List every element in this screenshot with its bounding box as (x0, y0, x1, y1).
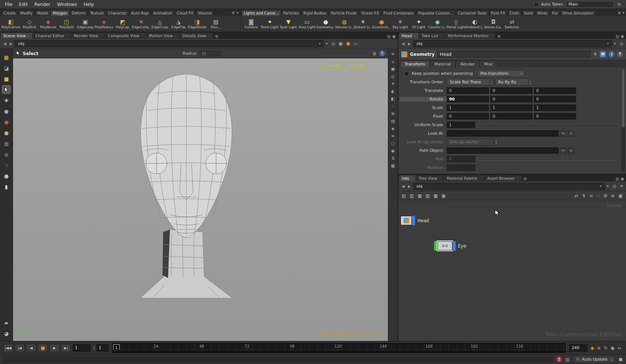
snap-dots-icon[interactable]: ∷ (597, 193, 600, 198)
forward-icon[interactable]: ▶ (407, 42, 412, 46)
group-list-icon[interactable]: ▤ (391, 119, 395, 124)
tab-grip-icon[interactable]: ∷ (517, 176, 519, 180)
help-icon[interactable]: ? (617, 51, 623, 57)
playback-range-icon[interactable]: ↔ (617, 345, 621, 351)
shelf-tool-geometry-light[interactable]: ●Geometry... (316, 19, 335, 29)
menu-render[interactable]: Render (31, 2, 54, 7)
roll-slider[interactable] (478, 157, 617, 161)
error-badge-icon[interactable]: ! (556, 357, 562, 362)
auto-key-icon[interactable]: ◆ (591, 345, 594, 351)
network-canvas[interactable]: Scene Head (398, 200, 626, 341)
path-object-field[interactable] (447, 147, 559, 154)
shadows-icon[interactable]: ◐ (391, 89, 395, 94)
distribute-h-icon[interactable]: ⇄ (575, 193, 578, 198)
update-mode-icon[interactable]: ■ (619, 357, 623, 362)
tab-grip-icon[interactable]: ∷ (491, 34, 493, 38)
op-chooser-icon[interactable]: ↪ (560, 147, 566, 154)
pane-maximize-icon[interactable]: ▣ (621, 34, 624, 38)
shelf-tool-polyknit[interactable]: ◇PolyKnit (20, 19, 39, 29)
display-options-icon[interactable]: ≡ (391, 134, 395, 138)
shelf-tab-model[interactable]: Model (35, 10, 50, 16)
scale-y-field[interactable] (490, 105, 532, 111)
param-tab-material[interactable]: Material (430, 61, 456, 67)
points-display-icon[interactable]: ∴ (392, 104, 394, 109)
uniform-scale-field[interactable] (447, 122, 475, 128)
shelf-tab-wires[interactable]: Wires (535, 10, 550, 16)
handles-tool-icon[interactable]: ✚ (2, 96, 10, 104)
distribute-v-icon[interactable]: ⇅ (582, 193, 586, 198)
rotate-order-spinner[interactable]: ▴▾ (530, 80, 531, 84)
frame-spinner[interactable]: ▴▾ (94, 346, 95, 350)
tab-grip-icon[interactable]: ∷ (208, 34, 211, 38)
pane-maximize-icon[interactable]: ▣ (392, 34, 396, 38)
params-path-field[interactable]: obj ▾ (413, 40, 611, 47)
material-ball-icon[interactable]: ◕ (2, 329, 10, 337)
look-at-up-spinner[interactable]: ▴▾ (496, 140, 497, 144)
scale-x-field[interactable] (447, 105, 489, 111)
home-view-icon[interactable]: ⌂ (392, 59, 394, 64)
uniform-scale-slider[interactable] (478, 124, 617, 125)
head-node-body[interactable] (401, 216, 412, 225)
shelf-tools-icon[interactable]: ▦ (2, 53, 10, 61)
menu-edit[interactable]: Edit (16, 2, 31, 7)
tab-details-view[interactable]: Details View∷ (180, 33, 213, 39)
visualizer-icon[interactable]: ◉ (391, 149, 395, 153)
add-pane-tab-icon[interactable]: ⊕ (522, 176, 528, 181)
shelf-tab-texture[interactable]: Texture (88, 10, 106, 16)
help-icon[interactable]: ? (379, 51, 385, 56)
params-scrollbar[interactable] (622, 69, 625, 172)
shelf-tool-gi-light[interactable]: ✦GI Light (410, 19, 428, 29)
add-shelf-tab-icon[interactable]: ⊕ (617, 10, 621, 15)
menu-help[interactable]: Help (80, 2, 97, 7)
network-path-field[interactable]: obj ▾ (413, 183, 604, 190)
translate-x-field[interactable] (447, 87, 489, 94)
pin-path-icon[interactable]: ⌖ (325, 41, 328, 46)
position-field[interactable] (447, 165, 475, 171)
tab-grip-icon[interactable]: ∷ (414, 34, 416, 38)
current-frame-field[interactable] (73, 344, 91, 352)
align-nodes-icon[interactable]: ≡ (589, 193, 593, 198)
rotate-y-field[interactable] (490, 96, 532, 102)
grid-toggle-icon[interactable]: ⊞ (391, 111, 395, 116)
mini-display-icon[interactable]: ▭ (353, 41, 357, 46)
info-icon[interactable]: i (608, 51, 614, 57)
frame-selected-icon[interactable]: ▣ (391, 67, 395, 71)
shelf-tab-populate-containers[interactable]: Populate Contain... (416, 10, 456, 16)
pane-layout-icon[interactable]: ▤ (387, 34, 391, 38)
shelf-tab-cloth[interactable]: Cloth (508, 10, 522, 16)
stop-button[interactable]: ■ (38, 344, 48, 352)
scrollbar-thumb[interactable] (622, 69, 625, 127)
op-select-icon[interactable]: ⌖ (568, 147, 574, 154)
range-start-field[interactable] (97, 344, 108, 352)
lighting-icon[interactable]: ☀ (391, 82, 395, 86)
shelf-tool-caustic-light[interactable]: ◉Caustic Li... (428, 19, 447, 29)
shelf-tool-ambient-light[interactable]: ◐Ambient L... (465, 19, 484, 29)
shelf-tool-polycap[interactable]: ◩PolyCap (113, 19, 132, 29)
gear-icon[interactable]: ✳ (620, 183, 623, 189)
playback-options-icon[interactable]: ≡ (597, 345, 601, 351)
tab-grip-icon[interactable]: ∷ (480, 176, 482, 180)
shelf-tool-environment-light[interactable]: ●Environm... (372, 19, 391, 29)
shelf-tab-deform[interactable]: Deform (70, 10, 88, 16)
tab-network-obj[interactable]: /obj∷ (399, 175, 415, 181)
secure-selection-icon[interactable]: ◍ (373, 51, 376, 56)
shelf-tab-volume[interactable]: Volume (196, 10, 214, 16)
op-select-icon[interactable]: ⌖ (568, 130, 574, 137)
shelf-tool-volume-light[interactable]: ◍Volume Li... (335, 19, 354, 29)
snap-grid-icon[interactable]: ⊞ (604, 193, 607, 198)
node-colors-icon[interactable]: ▧ (426, 193, 430, 198)
template-icon[interactable]: ▢ (391, 141, 395, 146)
shelf-tab-cloud-fx[interactable]: Cloud FX (175, 10, 196, 16)
shelf-tab-drive-simulation[interactable]: Drive Simulation (560, 10, 595, 16)
tab-performance-monitor[interactable]: Performance Monitor∷ (445, 33, 496, 39)
message-log-icon[interactable]: ▤ (565, 357, 569, 362)
pane-maximize-icon[interactable]: ▣ (621, 177, 624, 181)
node-names-icon[interactable]: ▥ (410, 193, 414, 198)
modify-tool-icon[interactable]: ◪ (2, 64, 10, 72)
shelf-tool-area-light[interactable]: ▭Area Light (298, 19, 316, 29)
follow-selection-icon[interactable]: ◎ (612, 183, 616, 189)
select-tool-icon[interactable] (2, 86, 10, 93)
rotate-z-field[interactable] (534, 96, 576, 102)
forward-icon[interactable]: ▶ (9, 42, 13, 46)
op-chooser-icon[interactable]: ↪ (560, 130, 566, 137)
